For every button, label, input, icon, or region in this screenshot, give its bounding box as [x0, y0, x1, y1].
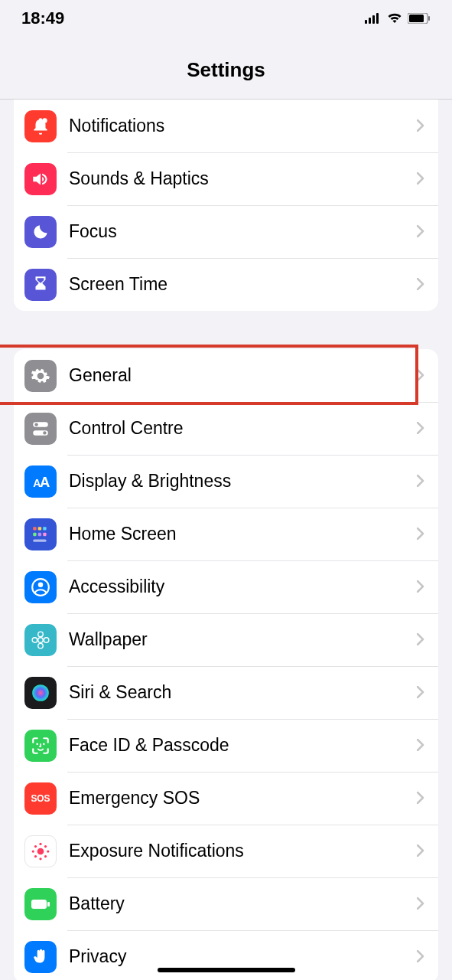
- faceid-icon: [24, 730, 57, 762]
- status-time: 18:49: [21, 8, 64, 28]
- svg-rect-16: [38, 527, 41, 530]
- status-indicators: [365, 8, 431, 28]
- settings-row-control-centre[interactable]: Control Centre: [14, 402, 438, 455]
- wifi-icon: [386, 8, 403, 28]
- svg-rect-15: [33, 527, 36, 530]
- svg-point-25: [38, 632, 44, 637]
- status-bar: 18:49: [0, 0, 452, 37]
- svg-point-36: [32, 850, 34, 852]
- settings-row-label: Sounds & Haptics: [69, 168, 417, 189]
- speaker-icon: [24, 163, 57, 195]
- chevron-right-icon: [417, 472, 438, 492]
- svg-point-7: [42, 118, 47, 123]
- svg-rect-21: [33, 539, 46, 541]
- svg-rect-19: [38, 532, 41, 535]
- chevron-right-icon: [417, 947, 438, 967]
- settings-group-2: GeneralControl CentreAADisplay & Brightn…: [14, 349, 438, 980]
- chevron-right-icon: [417, 789, 438, 808]
- aa-icon: AA: [24, 466, 57, 498]
- settings-row-display-brightness[interactable]: AADisplay & Brightness: [14, 455, 438, 508]
- chevron-right-icon: [417, 736, 438, 756]
- chevron-right-icon: [417, 683, 438, 703]
- chevron-right-icon: [417, 894, 438, 914]
- svg-point-27: [32, 637, 37, 642]
- svg-point-11: [43, 431, 46, 434]
- bell-icon: [24, 110, 57, 142]
- svg-point-26: [38, 643, 44, 648]
- svg-rect-17: [43, 527, 46, 530]
- svg-point-34: [39, 842, 41, 844]
- svg-rect-6: [428, 16, 430, 21]
- switches-icon: [24, 413, 57, 445]
- settings-row-accessibility[interactable]: Accessibility: [14, 560, 438, 613]
- svg-point-29: [32, 684, 49, 701]
- chevron-right-icon: [417, 169, 438, 189]
- settings-row-wallpaper[interactable]: Wallpaper: [14, 613, 438, 666]
- gear-icon: [24, 360, 57, 392]
- svg-rect-0: [365, 20, 367, 24]
- chevron-right-icon: [417, 366, 438, 386]
- svg-point-28: [44, 637, 49, 642]
- svg-rect-20: [43, 532, 46, 535]
- battery-icon: [408, 8, 431, 28]
- sos-icon: SOS: [24, 782, 57, 815]
- svg-rect-42: [31, 900, 47, 909]
- chevron-right-icon: [417, 419, 438, 439]
- svg-point-23: [38, 582, 44, 587]
- siri-icon: [24, 677, 57, 709]
- svg-rect-3: [376, 13, 379, 24]
- page-title: Settings: [0, 58, 452, 82]
- chevron-right-icon: [417, 577, 438, 597]
- home-indicator[interactable]: [158, 968, 295, 972]
- settings-row-label: Emergency SOS: [69, 788, 417, 808]
- settings-row-screen-time[interactable]: Screen Time: [14, 258, 438, 311]
- settings-row-label: Control Centre: [69, 418, 417, 439]
- svg-point-41: [44, 854, 47, 857]
- svg-point-31: [43, 743, 45, 745]
- cellular-icon: [365, 8, 382, 28]
- grid-icon: [24, 518, 57, 550]
- settings-row-label: Siri & Search: [69, 682, 417, 703]
- flower-icon: [24, 624, 57, 656]
- svg-rect-2: [372, 15, 375, 24]
- settings-row-label: Home Screen: [69, 524, 417, 544]
- svg-point-35: [39, 858, 41, 860]
- settings-row-focus[interactable]: Focus: [14, 205, 438, 258]
- chevron-right-icon: [417, 222, 438, 242]
- settings-row-label: Notifications: [69, 116, 417, 136]
- svg-point-30: [36, 743, 38, 745]
- chevron-right-icon: [417, 524, 438, 544]
- svg-point-37: [47, 850, 49, 852]
- settings-row-exposure-notifications[interactable]: Exposure Notifications: [14, 825, 438, 877]
- settings-row-label: General: [69, 365, 417, 386]
- settings-row-siri-search[interactable]: Siri & Search: [14, 666, 438, 719]
- settings-row-label: Privacy: [69, 946, 417, 967]
- svg-point-38: [34, 844, 37, 847]
- svg-text:A: A: [40, 473, 50, 489]
- settings-row-label: Battery: [69, 893, 417, 914]
- settings-row-label: Accessibility: [69, 577, 417, 597]
- person-circle-icon: [24, 571, 57, 603]
- svg-text:SOS: SOS: [31, 793, 50, 804]
- settings-row-emergency-sos[interactable]: SOSEmergency SOS: [14, 772, 438, 825]
- settings-row-battery[interactable]: Battery: [14, 877, 438, 930]
- settings-row-face-id-passcode[interactable]: Face ID & Passcode: [14, 719, 438, 772]
- hand-icon: [24, 941, 57, 973]
- svg-point-39: [44, 844, 47, 847]
- settings-group-1: NotificationsSounds & HapticsFocusScreen…: [14, 100, 438, 311]
- moon-icon: [24, 216, 57, 248]
- settings-row-general[interactable]: General: [14, 349, 438, 402]
- settings-row-label: Face ID & Passcode: [69, 735, 417, 756]
- svg-rect-5: [409, 15, 424, 22]
- settings-row-sounds-haptics[interactable]: Sounds & Haptics: [14, 152, 438, 205]
- svg-rect-43: [47, 902, 50, 906]
- hourglass-icon: [24, 269, 57, 301]
- settings-row-notifications[interactable]: Notifications: [14, 100, 438, 152]
- settings-row-label: Focus: [69, 221, 417, 242]
- settings-row-privacy[interactable]: Privacy: [14, 930, 438, 980]
- chevron-right-icon: [417, 630, 438, 650]
- settings-row-home-screen[interactable]: Home Screen: [14, 508, 438, 560]
- settings-row-label: Display & Brightness: [69, 471, 417, 492]
- svg-point-33: [37, 848, 44, 854]
- svg-rect-18: [33, 532, 36, 535]
